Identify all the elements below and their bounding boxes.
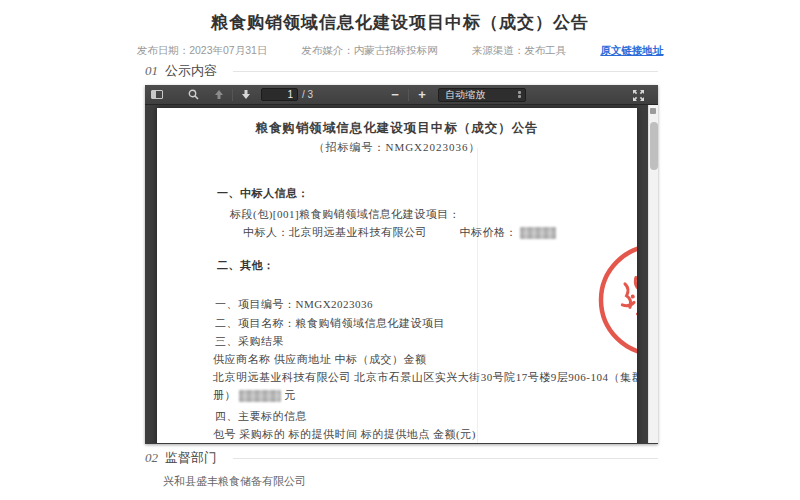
- result-heading-line: 三、采购结果: [215, 334, 284, 349]
- winner-section-heading: 一、中标人信息：: [217, 186, 309, 201]
- page-header: 粮食购销领域信息化建设项目中标（成交）公告 发布日期：2023年07月31日 发…: [0, 0, 800, 58]
- publish-date: 发布日期：2023年07月31日: [137, 44, 268, 58]
- winner-name: 中标人：北京明远基业科技有限公司: [243, 226, 427, 238]
- subject-table-header: 包号 采购标的 标的提供时间 标的提供地点 金额(元): [213, 427, 476, 442]
- section-number: 02: [145, 450, 158, 466]
- other-section-heading: 二、其他：: [217, 258, 275, 273]
- zoom-mode-select[interactable]: 自动缩放: [438, 88, 526, 102]
- zoom-mode-label: 自动缩放: [445, 88, 485, 102]
- winner-line: 中标人：北京明远基业科技有限公司 中标价格：: [243, 225, 556, 240]
- scrollbar-thumb[interactable]: [650, 122, 658, 170]
- zoom-out-button[interactable]: −: [387, 87, 403, 103]
- result-row-line2: 册） 元: [213, 388, 296, 403]
- page-total-label: / 3: [302, 89, 313, 100]
- meta-row: 发布日期：2023年07月31日 发布媒介：内蒙古招标投标网 来源渠道：发布工具…: [0, 44, 800, 58]
- section-number: 01: [145, 63, 158, 79]
- document-title: 粮食购销领域信息化建设项目中标（成交）公告: [157, 120, 637, 137]
- redacted-price: [520, 227, 556, 239]
- project-number-line: 一、项目编号：NMGX2023036: [215, 297, 373, 312]
- pdf-viewer-body: 粮食购销领域信息化建设项目中标（成交）公告 （招标编号：NMGX2023036）…: [145, 105, 658, 443]
- arrow-down-icon: [241, 89, 251, 100]
- pdf-scrollbar[interactable]: [648, 105, 658, 443]
- next-page-button[interactable]: [238, 87, 254, 103]
- scroll-marker-icon: [650, 108, 656, 114]
- toolbar-separator: [408, 89, 409, 101]
- result-table-header: 供应商名称 供应商地址 中标（成交）金额: [213, 352, 427, 367]
- supervisor-company: 兴和县盛丰粮食储备有限公司: [163, 474, 306, 489]
- result-row-suffix: 元: [285, 389, 297, 401]
- zoom-in-button[interactable]: +: [414, 87, 430, 103]
- section-head-content: 01 公示内容: [145, 62, 658, 80]
- fullscreen-icon: [632, 89, 645, 102]
- section-head-supervisor: 02 监督部门: [145, 449, 658, 467]
- search-icon: [188, 89, 199, 100]
- lot-line: 标段(包)[001]粮食购销领域信息化建设项目：: [230, 207, 460, 222]
- search-button[interactable]: [185, 87, 201, 103]
- red-seal-stamp: [595, 240, 637, 360]
- section-divider: [233, 71, 658, 72]
- project-name-line: 二、项目名称：粮食购销领域信息化建设项目: [215, 316, 445, 331]
- page-number-input[interactable]: [261, 88, 298, 101]
- subject-heading-line: 四、主要标的信息: [215, 409, 307, 424]
- price-label: 中标价格：: [460, 226, 518, 238]
- original-link[interactable]: 原文链接地址: [600, 44, 663, 58]
- page-title: 粮食购销领域信息化建设项目中标（成交）公告: [0, 11, 800, 34]
- pdf-toolbar: / 3 − + 自动缩放: [145, 85, 658, 105]
- presentation-mode-button[interactable]: [630, 87, 646, 103]
- source-channel: 来源渠道：发布工具: [472, 44, 567, 58]
- publish-medium: 发布媒介：内蒙古招标投标网: [301, 44, 438, 58]
- section-title-supervisor: 监督部门: [165, 449, 217, 467]
- pdf-page: 粮食购销领域信息化建设项目中标（成交）公告 （招标编号：NMGX2023036）…: [157, 108, 637, 443]
- section-divider: [233, 458, 658, 459]
- pdf-viewer: / 3 − + 自动缩放 粮食购销领域信息化建设项目中标（成交）公告 （招标编号…: [145, 85, 658, 444]
- redacted-amount: [239, 390, 281, 402]
- arrow-up-icon: [214, 89, 224, 100]
- page-fold-line: [477, 148, 478, 443]
- document-subtitle: （招标编号：NMGX2023036）: [157, 140, 637, 155]
- dropdown-icon: [518, 91, 521, 98]
- previous-page-button[interactable]: [211, 87, 227, 103]
- sidebar-toggle-icon: [151, 90, 163, 99]
- section-title-content: 公示内容: [165, 62, 217, 80]
- sidebar-toggle-button[interactable]: [149, 87, 165, 103]
- toolbar-separator: [232, 89, 233, 101]
- result-row-prefix: 册）: [213, 389, 236, 401]
- result-row-line1: 北京明远基业科技有限公司 北京市石景山区实兴大街30号院17号楼9层906-10…: [213, 370, 637, 385]
